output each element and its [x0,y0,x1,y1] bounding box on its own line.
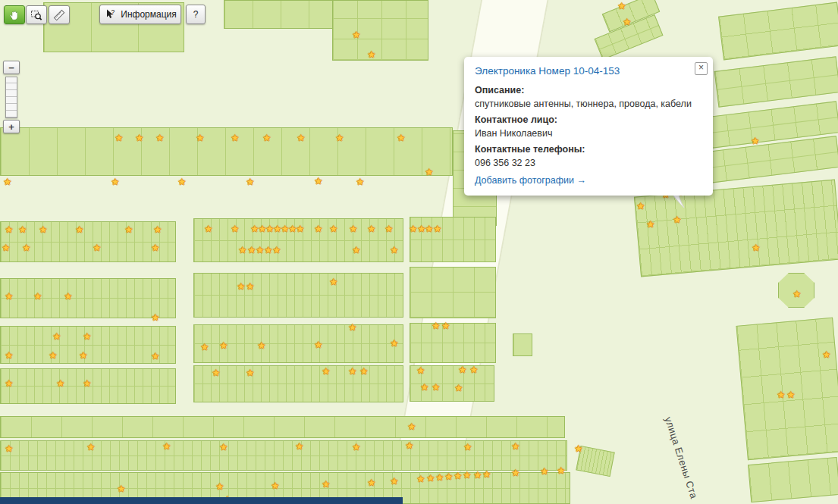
stall-marker-star[interactable]: ★ [5,225,14,234]
stall-marker-star[interactable]: ★ [220,341,228,350]
stall-marker-star[interactable]: ★ [368,50,376,59]
stall-marker-star[interactable]: ★ [83,379,92,388]
stall-marker-star[interactable]: ★ [297,224,305,233]
stall-marker-star[interactable]: ★ [76,225,84,234]
stall-marker-star[interactable]: ★ [330,277,338,286]
stall-marker-star[interactable]: ★ [353,246,361,255]
stall-marker-star[interactable]: ★ [315,340,323,349]
stall-marker-star[interactable]: ★ [436,473,444,482]
stall-marker-star[interactable]: ★ [417,474,425,484]
stall-marker-star[interactable]: ★ [445,472,454,481]
stall-marker-star[interactable]: ★ [93,243,102,252]
stall-marker-star[interactable]: ★ [427,474,435,483]
stall-marker-star[interactable]: ★ [80,351,88,360]
stall-marker-star[interactable]: ★ [752,136,760,146]
stall-marker-star[interactable]: ★ [793,290,802,299]
stall-marker-star[interactable]: ★ [196,133,205,142]
stall-marker-star[interactable]: ★ [156,133,165,142]
stall-marker-star[interactable]: ★ [271,481,280,490]
stall-marker-star[interactable]: ★ [4,177,12,186]
zoom-area-tool-button[interactable] [26,5,47,24]
close-icon[interactable]: × [695,62,708,75]
stall-marker-star[interactable]: ★ [787,390,796,399]
stall-marker-star[interactable]: ★ [87,443,96,452]
ruler-tool-button[interactable] [49,5,70,24]
stall-marker-star[interactable]: ★ [23,243,31,252]
stall-marker-star[interactable]: ★ [152,243,160,252]
stall-marker-star[interactable]: ★ [246,368,255,377]
stall-marker-star[interactable]: ★ [216,482,224,491]
stall-marker-star[interactable]: ★ [575,444,583,453]
stall-marker-star[interactable]: ★ [265,246,273,255]
stall-marker-star[interactable]: ★ [315,177,323,186]
stall-marker-star[interactable]: ★ [154,225,162,234]
stall-marker-star[interactable]: ★ [152,313,160,322]
stall-marker-star[interactable]: ★ [483,470,491,479]
stall-marker-star[interactable]: ★ [368,224,376,233]
stall-marker-star[interactable]: ★ [368,478,376,487]
stall-marker-star[interactable]: ★ [296,442,304,451]
stall-marker-star[interactable]: ★ [315,224,323,233]
stall-marker-star[interactable]: ★ [459,365,467,374]
stall-marker-star[interactable]: ★ [353,30,361,39]
stall-marker-star[interactable]: ★ [474,471,482,480]
stall-marker-star[interactable]: ★ [273,246,281,255]
stall-marker-star[interactable]: ★ [53,332,61,341]
stall-marker-star[interactable]: ★ [5,351,14,360]
stall-marker-star[interactable]: ★ [397,133,406,142]
zoom-in-button[interactable]: + [3,120,20,133]
stall-marker-star[interactable]: ★ [406,441,414,450]
stall-marker-star[interactable]: ★ [64,292,73,301]
stall-marker-star[interactable]: ★ [220,443,228,452]
stall-marker-star[interactable]: ★ [322,367,331,376]
stall-marker-star[interactable]: ★ [637,202,645,211]
stall-marker-star[interactable]: ★ [231,224,240,233]
stall-marker-star[interactable]: ★ [434,224,442,233]
stall-marker-star[interactable]: ★ [463,471,472,480]
stall-marker-star[interactable]: ★ [823,350,831,359]
stall-marker-star[interactable]: ★ [2,243,11,252]
stall-marker-star[interactable]: ★ [118,484,126,493]
stall-marker-star[interactable]: ★ [618,2,626,11]
stall-marker-star[interactable]: ★ [263,133,271,142]
stall-marker-star[interactable]: ★ [231,133,240,142]
stall-marker-star[interactable]: ★ [647,220,655,229]
stall-marker-star[interactable]: ★ [541,467,549,476]
pan-tool-button[interactable] [4,5,25,24]
stall-marker-star[interactable]: ★ [34,292,42,301]
stall-marker-star[interactable]: ★ [417,366,425,375]
stall-marker-star[interactable]: ★ [391,339,399,348]
stall-marker-star[interactable]: ★ [246,177,255,186]
stall-marker-star[interactable]: ★ [512,442,520,451]
add-photos-link[interactable]: Добавить фотографии → [475,174,586,187]
stall-marker-star[interactable]: ★ [349,367,357,376]
stall-marker-star[interactable]: ★ [777,390,786,399]
stall-marker-star[interactable]: ★ [752,243,761,252]
stall-marker-star[interactable]: ★ [421,383,429,392]
stall-marker-star[interactable]: ★ [111,177,120,186]
stall-marker-star[interactable]: ★ [237,282,246,291]
stall-marker-star[interactable]: ★ [391,477,399,486]
stall-marker-star[interactable]: ★ [83,332,92,341]
stall-marker-star[interactable]: ★ [115,133,124,142]
stall-marker-star[interactable]: ★ [623,17,632,27]
help-button[interactable]: ? [186,5,206,24]
stall-marker-star[interactable]: ★ [246,282,255,291]
stall-marker-star[interactable]: ★ [470,365,479,374]
stall-marker-star[interactable]: ★ [391,246,399,255]
stall-marker-star[interactable]: ★ [455,383,463,393]
stall-marker-star[interactable]: ★ [322,480,331,489]
stall-marker-star[interactable]: ★ [163,442,171,451]
stall-marker-star[interactable]: ★ [5,379,14,388]
stall-marker-star[interactable]: ★ [408,422,416,431]
stall-marker-star[interactable]: ★ [353,443,361,452]
stall-marker-star[interactable]: ★ [39,225,48,234]
stall-marker-star[interactable]: ★ [385,224,394,233]
zoom-out-button[interactable]: − [3,61,20,74]
stall-marker-star[interactable]: ★ [336,133,344,142]
stall-marker-star[interactable]: ★ [248,246,256,255]
stall-marker-star[interactable]: ★ [256,246,265,255]
stall-marker-star[interactable]: ★ [512,468,520,477]
stall-marker-star[interactable]: ★ [19,225,27,234]
stall-marker-star[interactable]: ★ [350,224,358,233]
